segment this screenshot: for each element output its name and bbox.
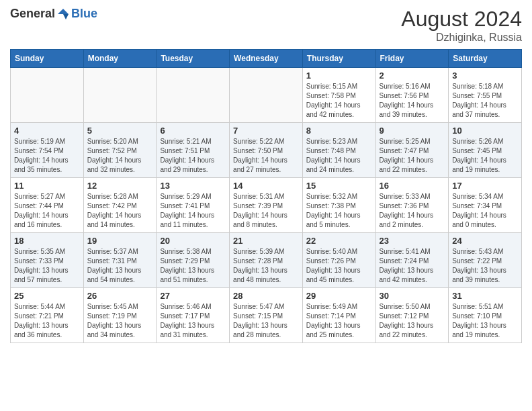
calendar-cell: 14Sunrise: 5:31 AM Sunset: 7:39 PM Dayli…: [230, 178, 303, 233]
title-section: August 2024 Dzhiginka, Russia: [401, 7, 522, 44]
calendar-cell: 2Sunrise: 5:16 AM Sunset: 7:56 PM Daylig…: [375, 68, 449, 123]
day-info: Sunrise: 5:25 AM Sunset: 7:47 PM Dayligh…: [380, 137, 445, 175]
day-number: 13: [160, 181, 226, 191]
calendar-week-row: 4Sunrise: 5:19 AM Sunset: 7:54 PM Daylig…: [11, 123, 522, 178]
day-info: Sunrise: 5:50 AM Sunset: 7:12 PM Dayligh…: [380, 302, 445, 340]
calendar-cell: [83, 68, 157, 123]
day-info: Sunrise: 5:32 AM Sunset: 7:38 PM Dayligh…: [306, 192, 372, 230]
day-number: 18: [14, 236, 80, 246]
calendar-header-row: SundayMondayTuesdayWednesdayThursdayFrid…: [11, 50, 522, 68]
day-info: Sunrise: 5:38 AM Sunset: 7:29 PM Dayligh…: [160, 247, 226, 285]
logo-general: General: [10, 7, 55, 21]
day-number: 3: [452, 71, 518, 81]
calendar-cell: 15Sunrise: 5:32 AM Sunset: 7:38 PM Dayli…: [302, 178, 375, 233]
day-number: 16: [380, 181, 445, 191]
calendar-cell: 12Sunrise: 5:28 AM Sunset: 7:42 PM Dayli…: [83, 178, 157, 233]
calendar-week-row: 1Sunrise: 5:15 AM Sunset: 7:58 PM Daylig…: [11, 68, 522, 123]
calendar-cell: 26Sunrise: 5:45 AM Sunset: 7:19 PM Dayli…: [83, 288, 157, 343]
calendar-cell: 3Sunrise: 5:18 AM Sunset: 7:55 PM Daylig…: [449, 68, 522, 123]
calendar-cell: [157, 68, 230, 123]
calendar-cell: 23Sunrise: 5:41 AM Sunset: 7:24 PM Dayli…: [375, 233, 449, 288]
day-info: Sunrise: 5:23 AM Sunset: 7:48 PM Dayligh…: [306, 137, 372, 175]
logo-icon: [56, 7, 70, 21]
calendar-header-thursday: Thursday: [302, 50, 375, 68]
logo-text: General Blue: [10, 7, 97, 21]
day-number: 22: [306, 236, 372, 246]
day-number: 28: [233, 291, 299, 301]
header: General Blue August 2024 Dzhiginka, Russ…: [10, 7, 522, 44]
day-info: Sunrise: 5:44 AM Sunset: 7:21 PM Dayligh…: [14, 302, 80, 340]
month-year: August 2024: [401, 7, 522, 32]
day-info: Sunrise: 5:47 AM Sunset: 7:15 PM Dayligh…: [233, 302, 299, 340]
day-info: Sunrise: 5:20 AM Sunset: 7:52 PM Dayligh…: [87, 137, 153, 175]
calendar-cell: 18Sunrise: 5:35 AM Sunset: 7:33 PM Dayli…: [11, 233, 84, 288]
day-number: 10: [452, 126, 518, 136]
day-info: Sunrise: 5:16 AM Sunset: 7:56 PM Dayligh…: [380, 82, 445, 120]
calendar-cell: 5Sunrise: 5:20 AM Sunset: 7:52 PM Daylig…: [83, 123, 157, 178]
calendar-cell: 27Sunrise: 5:46 AM Sunset: 7:17 PM Dayli…: [157, 288, 230, 343]
calendar-cell: [11, 68, 84, 123]
day-number: 12: [87, 181, 153, 191]
calendar-cell: 7Sunrise: 5:22 AM Sunset: 7:50 PM Daylig…: [230, 123, 303, 178]
calendar-cell: 16Sunrise: 5:33 AM Sunset: 7:36 PM Dayli…: [375, 178, 449, 233]
day-number: 4: [14, 126, 80, 136]
calendar-cell: [230, 68, 303, 123]
calendar-week-row: 11Sunrise: 5:27 AM Sunset: 7:44 PM Dayli…: [11, 178, 522, 233]
day-number: 8: [306, 126, 372, 136]
calendar-cell: 25Sunrise: 5:44 AM Sunset: 7:21 PM Dayli…: [11, 288, 84, 343]
calendar-header-monday: Monday: [83, 50, 157, 68]
day-info: Sunrise: 5:19 AM Sunset: 7:54 PM Dayligh…: [14, 137, 80, 175]
calendar-cell: 17Sunrise: 5:34 AM Sunset: 7:34 PM Dayli…: [449, 178, 522, 233]
calendar-week-row: 25Sunrise: 5:44 AM Sunset: 7:21 PM Dayli…: [11, 288, 522, 343]
day-number: 24: [452, 236, 518, 246]
location: Dzhiginka, Russia: [401, 32, 522, 44]
day-number: 17: [452, 181, 518, 191]
calendar-cell: 30Sunrise: 5:50 AM Sunset: 7:12 PM Dayli…: [375, 288, 449, 343]
calendar-cell: 4Sunrise: 5:19 AM Sunset: 7:54 PM Daylig…: [11, 123, 84, 178]
day-number: 2: [380, 71, 445, 81]
calendar-cell: 6Sunrise: 5:21 AM Sunset: 7:51 PM Daylig…: [157, 123, 230, 178]
calendar-header-saturday: Saturday: [449, 50, 522, 68]
logo: General Blue: [10, 7, 97, 21]
day-info: Sunrise: 5:29 AM Sunset: 7:41 PM Dayligh…: [160, 192, 226, 230]
day-number: 31: [452, 291, 518, 301]
calendar-header-friday: Friday: [375, 50, 449, 68]
calendar-cell: 24Sunrise: 5:43 AM Sunset: 7:22 PM Dayli…: [449, 233, 522, 288]
day-info: Sunrise: 5:40 AM Sunset: 7:26 PM Dayligh…: [306, 247, 372, 285]
calendar-cell: 11Sunrise: 5:27 AM Sunset: 7:44 PM Dayli…: [11, 178, 84, 233]
day-number: 25: [14, 291, 80, 301]
day-number: 1: [306, 71, 372, 81]
logo-blue: Blue: [71, 7, 97, 21]
day-number: 21: [233, 236, 299, 246]
day-info: Sunrise: 5:18 AM Sunset: 7:55 PM Dayligh…: [452, 82, 518, 120]
day-info: Sunrise: 5:26 AM Sunset: 7:45 PM Dayligh…: [452, 137, 518, 175]
day-info: Sunrise: 5:21 AM Sunset: 7:51 PM Dayligh…: [160, 137, 226, 175]
calendar-header-wednesday: Wednesday: [230, 50, 303, 68]
day-info: Sunrise: 5:31 AM Sunset: 7:39 PM Dayligh…: [233, 192, 299, 230]
calendar-cell: 1Sunrise: 5:15 AM Sunset: 7:58 PM Daylig…: [302, 68, 375, 123]
day-info: Sunrise: 5:34 AM Sunset: 7:34 PM Dayligh…: [452, 192, 518, 230]
calendar-cell: 31Sunrise: 5:51 AM Sunset: 7:10 PM Dayli…: [449, 288, 522, 343]
calendar-cell: 10Sunrise: 5:26 AM Sunset: 7:45 PM Dayli…: [449, 123, 522, 178]
calendar-cell: 21Sunrise: 5:39 AM Sunset: 7:28 PM Dayli…: [230, 233, 303, 288]
calendar-cell: 19Sunrise: 5:37 AM Sunset: 7:31 PM Dayli…: [83, 233, 157, 288]
day-number: 29: [306, 291, 372, 301]
day-info: Sunrise: 5:37 AM Sunset: 7:31 PM Dayligh…: [87, 247, 153, 285]
day-info: Sunrise: 5:43 AM Sunset: 7:22 PM Dayligh…: [452, 247, 518, 285]
day-number: 7: [233, 126, 299, 136]
calendar-cell: 9Sunrise: 5:25 AM Sunset: 7:47 PM Daylig…: [375, 123, 449, 178]
day-number: 23: [380, 236, 445, 246]
day-info: Sunrise: 5:33 AM Sunset: 7:36 PM Dayligh…: [380, 192, 445, 230]
calendar-cell: 13Sunrise: 5:29 AM Sunset: 7:41 PM Dayli…: [157, 178, 230, 233]
calendar-cell: 29Sunrise: 5:49 AM Sunset: 7:14 PM Dayli…: [302, 288, 375, 343]
calendar-cell: 20Sunrise: 5:38 AM Sunset: 7:29 PM Dayli…: [157, 233, 230, 288]
day-info: Sunrise: 5:15 AM Sunset: 7:58 PM Dayligh…: [306, 82, 372, 120]
day-number: 26: [87, 291, 153, 301]
day-info: Sunrise: 5:35 AM Sunset: 7:33 PM Dayligh…: [14, 247, 80, 285]
day-info: Sunrise: 5:49 AM Sunset: 7:14 PM Dayligh…: [306, 302, 372, 340]
day-info: Sunrise: 5:28 AM Sunset: 7:42 PM Dayligh…: [87, 192, 153, 230]
page: General Blue August 2024 Dzhiginka, Russ…: [0, 0, 532, 353]
calendar: SundayMondayTuesdayWednesdayThursdayFrid…: [10, 49, 522, 343]
day-number: 14: [233, 181, 299, 191]
day-info: Sunrise: 5:27 AM Sunset: 7:44 PM Dayligh…: [14, 192, 80, 230]
